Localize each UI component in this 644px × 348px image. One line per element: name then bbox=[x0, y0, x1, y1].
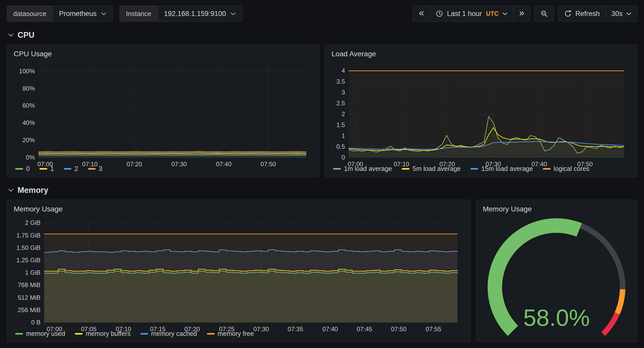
chevron-down-icon bbox=[502, 12, 508, 15]
svg-text:2 GiB: 2 GiB bbox=[25, 219, 41, 226]
load-average-legend: 1m load average5m load average15m load a… bbox=[332, 162, 630, 173]
zoom-out-button[interactable] bbox=[534, 6, 554, 22]
time-range-label: Last 1 hour bbox=[447, 10, 482, 18]
legend-label: logical cores bbox=[554, 165, 590, 172]
section-title: CPU bbox=[18, 30, 34, 40]
panel-title[interactable]: Load Average bbox=[332, 50, 630, 58]
datasource-control: datasource Prometheus bbox=[7, 6, 113, 22]
time-shift-forward-button[interactable]: » bbox=[513, 6, 530, 22]
grafana-dashboard: datasource Prometheus Instance 192.168.1… bbox=[0, 0, 644, 348]
topbar: datasource Prometheus Instance 192.168.1… bbox=[7, 6, 637, 22]
svg-text:0.5: 0.5 bbox=[336, 143, 345, 150]
svg-text:512 MiB: 512 MiB bbox=[18, 294, 41, 301]
legend-color-mark bbox=[15, 168, 23, 170]
svg-text:100%: 100% bbox=[19, 68, 35, 75]
panel-memory-usage-gauge: Memory Usage 58.0% bbox=[476, 200, 637, 342]
svg-text:80%: 80% bbox=[22, 85, 35, 92]
legend-item[interactable]: 2 bbox=[64, 165, 78, 172]
legend-label: memory free bbox=[218, 330, 254, 337]
instance-control: Instance 192.168.1.159:9100 bbox=[119, 6, 242, 22]
panel-title[interactable]: Memory Usage bbox=[483, 205, 630, 213]
variable-controls: datasource Prometheus Instance 192.168.1… bbox=[7, 6, 242, 22]
legend-item[interactable]: 3 bbox=[88, 165, 102, 172]
svg-text:3: 3 bbox=[342, 89, 345, 96]
svg-text:2: 2 bbox=[342, 110, 345, 117]
refresh-icon bbox=[564, 10, 572, 18]
legend-label: memory buffers bbox=[86, 330, 130, 337]
double-chevron-left-icon: « bbox=[419, 8, 424, 19]
legend-item[interactable]: 1 bbox=[39, 165, 54, 172]
datasource-value: Prometheus bbox=[59, 10, 97, 18]
legend-item[interactable]: 0 bbox=[15, 165, 30, 172]
svg-text:4: 4 bbox=[342, 67, 345, 74]
svg-text:1.5: 1.5 bbox=[336, 121, 345, 128]
legend-label: 1 bbox=[50, 165, 54, 172]
refresh-interval-select[interactable]: 30s bbox=[606, 6, 637, 22]
legend-item[interactable]: memory used bbox=[15, 330, 65, 337]
panel-cpu-usage: CPU Usage 07:0007:1007:2007:3007:4007:50… bbox=[7, 44, 319, 177]
svg-text:0: 0 bbox=[342, 154, 345, 161]
legend-item[interactable]: 1m load average bbox=[333, 165, 392, 172]
svg-text:40%: 40% bbox=[22, 119, 35, 126]
legend-color-mark bbox=[64, 168, 71, 170]
svg-text:20%: 20% bbox=[22, 137, 35, 144]
chevron-down-icon bbox=[8, 34, 13, 37]
datasource-select[interactable]: Prometheus bbox=[53, 6, 113, 21]
svg-text:58.0%: 58.0% bbox=[523, 305, 590, 331]
refresh-button[interactable]: Refresh bbox=[558, 6, 606, 22]
section-header-cpu[interactable]: CPU bbox=[8, 30, 637, 40]
chevron-down-icon bbox=[8, 189, 13, 192]
timezone-label: UTC bbox=[486, 10, 499, 17]
legend-label: memory cached bbox=[151, 330, 197, 337]
legend-item[interactable]: memory cached bbox=[140, 330, 197, 337]
legend-item[interactable]: memory free bbox=[207, 330, 254, 337]
legend-label: 0 bbox=[26, 165, 30, 172]
memory-panels-row: Memory Usage 07:0007:0507:1007:1507:2007… bbox=[7, 200, 637, 342]
legend-label: 15m load average bbox=[481, 165, 533, 172]
cpu-usage-legend: 0123 bbox=[14, 162, 312, 173]
legend-item[interactable]: 5m load average bbox=[402, 165, 461, 172]
chevron-down-icon bbox=[231, 12, 236, 15]
section-header-memory[interactable]: Memory bbox=[8, 186, 637, 195]
panel-title[interactable]: Memory Usage bbox=[14, 205, 464, 213]
svg-text:1 GiB: 1 GiB bbox=[25, 269, 41, 276]
legend-item[interactable]: memory buffers bbox=[75, 330, 130, 337]
magnifier-minus-icon bbox=[540, 10, 548, 18]
legend-label: 5m load average bbox=[413, 165, 461, 172]
svg-text:2.5: 2.5 bbox=[336, 100, 345, 107]
legend-color-mark bbox=[39, 168, 47, 170]
refresh-controls: Refresh 30s bbox=[558, 6, 637, 22]
instance-select[interactable]: 192.168.1.159:9100 bbox=[158, 6, 242, 21]
instance-value: 192.168.1.159:9100 bbox=[164, 10, 226, 18]
clock-icon bbox=[436, 10, 443, 18]
svg-text:0 B: 0 B bbox=[31, 319, 41, 326]
section-title: Memory bbox=[18, 186, 48, 195]
panel-title[interactable]: CPU Usage bbox=[14, 50, 312, 58]
legend-item[interactable]: logical cores bbox=[543, 165, 590, 172]
memory-usage-chart[interactable]: 07:0007:0507:1007:1507:2007:2507:3007:35… bbox=[14, 216, 464, 327]
datasource-label: datasource bbox=[7, 6, 53, 21]
svg-text:1.25 GiB: 1.25 GiB bbox=[17, 257, 41, 264]
time-shift-back-button[interactable]: « bbox=[413, 6, 430, 22]
cpu-usage-chart[interactable]: 07:0007:1007:2007:3007:4007:500%20%40%60… bbox=[14, 61, 312, 162]
time-range-group: « Last 1 hour UTC » bbox=[413, 6, 530, 22]
panel-memory-usage-chart: Memory Usage 07:0007:0507:1007:1507:2007… bbox=[7, 200, 471, 342]
load-average-chart[interactable]: 07:0007:1007:2007:3007:4007:5000.511.522… bbox=[332, 61, 630, 162]
memory-usage-gauge: 58.0% bbox=[483, 216, 630, 338]
legend-color-mark bbox=[543, 168, 551, 170]
svg-text:256 MiB: 256 MiB bbox=[18, 306, 41, 313]
legend-item[interactable]: 15m load average bbox=[470, 165, 533, 172]
memory-usage-legend: memory usedmemory buffersmemory cachedme… bbox=[14, 327, 464, 338]
legend-color-mark bbox=[470, 168, 478, 170]
time-range-picker[interactable]: Last 1 hour UTC bbox=[430, 6, 513, 22]
svg-text:0%: 0% bbox=[26, 154, 35, 161]
refresh-label: Refresh bbox=[575, 10, 600, 18]
chevron-down-icon bbox=[626, 12, 631, 15]
panel-load-average: Load Average 07:0007:1007:2007:3007:4007… bbox=[325, 44, 637, 177]
refresh-interval-value: 30s bbox=[611, 10, 623, 18]
svg-text:3.5: 3.5 bbox=[336, 78, 345, 85]
double-chevron-right-icon: » bbox=[519, 8, 524, 19]
instance-label: Instance bbox=[120, 6, 158, 21]
legend-label: 2 bbox=[75, 165, 78, 172]
legend-color-mark bbox=[75, 333, 83, 335]
